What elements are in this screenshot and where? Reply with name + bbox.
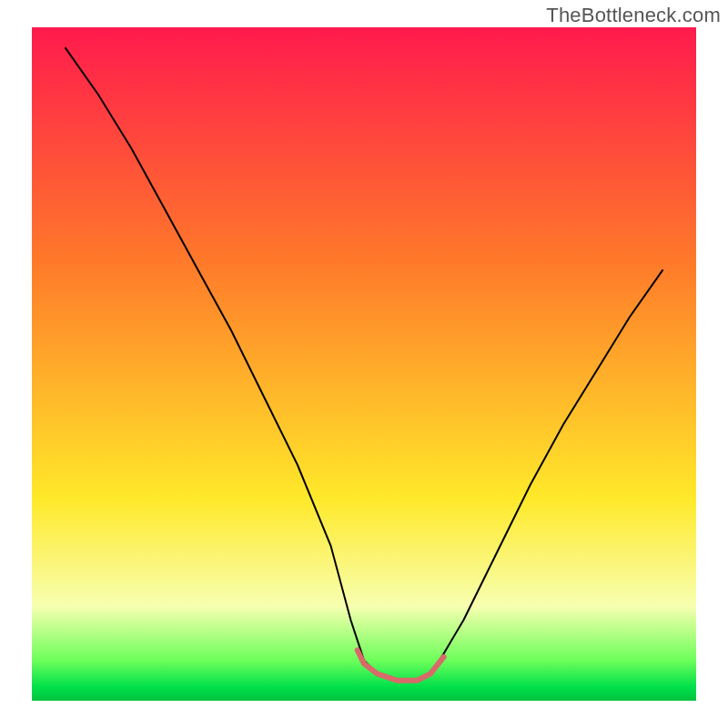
chart-svg <box>32 27 696 701</box>
watermark-text: TheBottleneck.com <box>546 4 721 27</box>
plot-area <box>32 27 696 701</box>
chart-frame: TheBottleneck.com <box>0 0 728 728</box>
chart-background-gradient <box>32 27 696 701</box>
